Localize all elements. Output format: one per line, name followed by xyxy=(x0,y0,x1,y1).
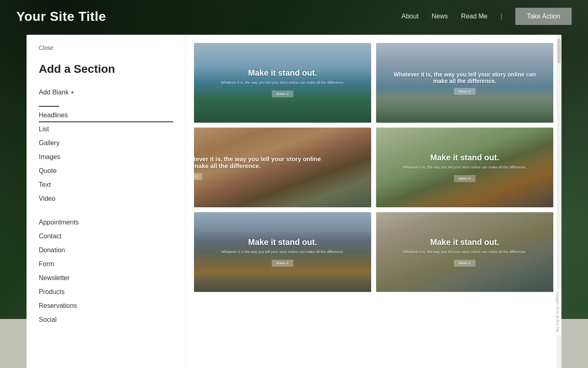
sidebar-item-social[interactable]: Social xyxy=(39,313,173,327)
preview-card-3[interactable]: Whatever it is, the way you tell your st… xyxy=(194,128,371,207)
section-items-group: Headlines List Gallery Images Quote Text… xyxy=(39,108,173,206)
nav-separator: | xyxy=(501,13,502,20)
preview-area: Make it stand out. Whatever it is, the w… xyxy=(186,35,561,368)
card-title-5: Make it stand out. xyxy=(207,238,358,247)
card-button-3[interactable]: Make it xyxy=(194,173,203,180)
preview-card-4[interactable]: Make it stand out. Whatever it is, the w… xyxy=(376,128,553,207)
sidebar-item-appointments[interactable]: Appointments xyxy=(39,215,173,229)
add-blank-button[interactable]: Add Blank + xyxy=(39,87,74,98)
sidebar-item-images[interactable]: Images xyxy=(39,150,173,164)
preview-card-6[interactable]: Make it stand out. Whatever it is, the w… xyxy=(376,212,553,292)
sidebar-item-gallery[interactable]: Gallery xyxy=(39,136,173,150)
card-button-6[interactable]: Make it xyxy=(454,260,475,267)
feature-items-group: Appointments Contact Donation Form Newsl… xyxy=(39,215,173,327)
card-content-4: Make it stand out. Whatever it is, the w… xyxy=(390,153,540,182)
side-label: Images shot at Aro Ha xyxy=(554,288,561,335)
sidebar-item-headlines[interactable]: Headlines xyxy=(39,108,173,122)
sidebar: Close Add a Section Add Blank + Headline… xyxy=(27,35,186,368)
card-content-6: Make it stand out. Whatever it is, the w… xyxy=(390,238,540,267)
take-action-button[interactable]: Take Action xyxy=(515,8,572,25)
sidebar-item-video[interactable]: Video xyxy=(39,192,173,206)
card-button-2[interactable]: Make it xyxy=(454,88,475,95)
sidebar-item-reservations[interactable]: Reservations xyxy=(39,299,173,313)
sidebar-item-contact[interactable]: Contact xyxy=(39,229,173,243)
card-button-1[interactable]: Make it xyxy=(272,90,293,97)
card-button-4[interactable]: Make it xyxy=(454,175,475,182)
sidebar-gap xyxy=(39,209,173,215)
card-subtitle-5: Whatever it is the way you tell your sto… xyxy=(207,249,358,255)
card-button-5[interactable]: Make it xyxy=(272,260,293,267)
card-title-4: Make it stand out. xyxy=(390,153,540,162)
card-subtitle-1: Whatever it is, the way you tell your st… xyxy=(207,80,358,85)
preview-card-1[interactable]: Make it stand out. Whatever it is, the w… xyxy=(194,43,371,123)
sidebar-item-donation[interactable]: Donation xyxy=(39,243,173,257)
sidebar-item-list[interactable]: List xyxy=(39,122,173,136)
add-section-modal: Close Add a Section Add Blank + Headline… xyxy=(27,35,561,368)
modal-title: Add a Section xyxy=(39,63,173,76)
card-title-3: Whatever it is, the way you tell your st… xyxy=(194,155,331,169)
card-content-2: Whatever it is, the way you tell your st… xyxy=(390,71,540,95)
card-title-2: Whatever it is, the way you tell your st… xyxy=(390,71,540,84)
scrollbar-thumb[interactable] xyxy=(557,39,561,63)
sidebar-item-form[interactable]: Form xyxy=(39,257,173,271)
card-subtitle-4: Whatever it is, the way you tell your st… xyxy=(390,165,540,170)
preview-card-2[interactable]: Whatever it is, the way you tell your st… xyxy=(376,43,553,123)
card-content-5: Make it stand out. Whatever it is the wa… xyxy=(207,238,358,267)
close-button[interactable]: Close xyxy=(39,43,53,53)
card-content-3: Whatever it is, the way you tell your st… xyxy=(194,155,331,180)
nav-link-news[interactable]: News xyxy=(432,13,448,20)
card-title-1: Make it stand out. xyxy=(207,68,358,78)
sidebar-item-quote[interactable]: Quote xyxy=(39,164,173,178)
sidebar-divider xyxy=(39,106,59,107)
navbar: Your Site Title About News Read Me | Tak… xyxy=(0,0,588,33)
nav-link-read-me[interactable]: Read Me xyxy=(461,13,488,20)
site-title: Your Site Title xyxy=(16,9,106,24)
nav-link-about[interactable]: About xyxy=(401,13,419,20)
preview-card-5[interactable]: Make it stand out. Whatever it is the wa… xyxy=(194,212,371,292)
preview-grid: Make it stand out. Whatever it is, the w… xyxy=(194,43,553,292)
card-content-1: Make it stand out. Whatever it is, the w… xyxy=(207,68,358,98)
sidebar-item-newsletter[interactable]: Newsletter xyxy=(39,271,173,285)
card-title-6: Make it stand out. xyxy=(390,238,540,247)
sidebar-item-text[interactable]: Text xyxy=(39,178,173,192)
sidebar-item-products[interactable]: Products xyxy=(39,285,173,299)
card-subtitle-6: Whatever it is, the way you tell your st… xyxy=(390,249,540,255)
nav-links: About News Read Me | Take Action xyxy=(401,8,572,25)
